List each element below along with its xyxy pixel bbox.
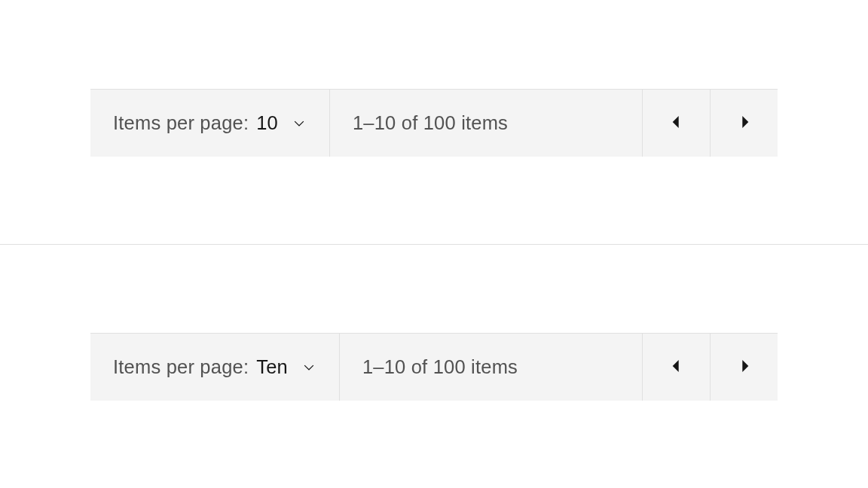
items-per-page-section: Items per page: Ten: [90, 334, 340, 401]
chevron-down-icon: [301, 360, 316, 375]
section-divider: [0, 244, 868, 245]
items-per-page-section: Items per page: 10: [90, 90, 330, 157]
previous-page-button[interactable]: [642, 334, 710, 401]
page-size-value: Ten: [256, 356, 288, 378]
pagination-bar: Items per page: 10 1–10 of 100 items: [90, 89, 778, 157]
caret-left-icon: [671, 116, 682, 130]
item-range-section: 1–10 of 100 items: [330, 90, 642, 157]
items-per-page-label: Items per page:: [113, 112, 249, 134]
next-page-button[interactable]: [710, 334, 778, 401]
caret-right-icon: [739, 360, 750, 374]
pagination-bar: Items per page: Ten 1–10 of 100 items: [90, 333, 778, 401]
caret-left-icon: [671, 360, 682, 374]
page-size-select[interactable]: Ten: [256, 356, 316, 378]
chevron-down-icon: [292, 116, 307, 131]
item-range-text: 1–10 of 100 items: [353, 112, 508, 134]
previous-page-button[interactable]: [642, 90, 710, 157]
item-range-text: 1–10 of 100 items: [362, 356, 518, 378]
item-range-section: 1–10 of 100 items: [340, 334, 642, 401]
page-size-select[interactable]: 10: [256, 112, 307, 134]
items-per-page-label: Items per page:: [113, 356, 249, 378]
next-page-button[interactable]: [710, 90, 778, 157]
caret-right-icon: [739, 116, 750, 130]
page-size-value: 10: [256, 112, 278, 134]
